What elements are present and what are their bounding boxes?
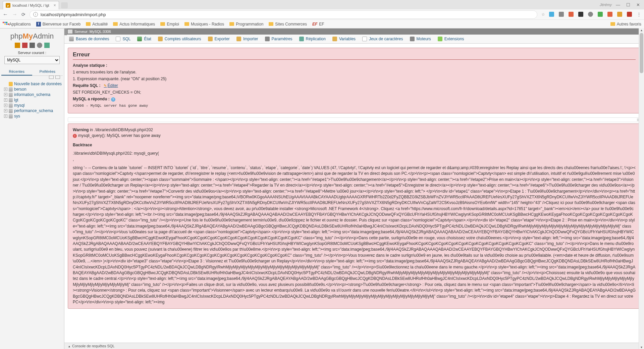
tab-recent[interactable]: Récentes — [1, 68, 32, 76]
error-box: Erreur Analyse statique : 1 erreurs trou… — [68, 48, 641, 113]
new-db-icon — [9, 82, 13, 86]
tab-charsets[interactable]: Jeux de caractères — [359, 35, 406, 43]
expand-icon[interactable]: + — [4, 98, 7, 102]
bookmark-item[interactable]: Programmation — [229, 22, 263, 27]
close-window-icon[interactable]: ✕ — [636, 2, 640, 7]
tab-users[interactable]: Comptes utilisateurs — [155, 35, 205, 43]
bookmark-item[interactable]: EFEF — [312, 22, 324, 27]
db-item[interactable]: +performance_schema — [4, 108, 63, 113]
maximize-icon[interactable]: ☐ — [626, 2, 630, 7]
tree-controls — [1, 75, 63, 80]
bookmark-item[interactable]: Actus Informatiques — [113, 22, 155, 27]
error-count: 1 erreurs trouvées lors de l'analyse. — [73, 70, 636, 74]
tab-extensions[interactable]: Extensions — [434, 35, 468, 43]
browser-user: Jérémy — [600, 3, 612, 7]
bookmark-star-icon[interactable]: ☆ — [541, 12, 545, 17]
logout-icon[interactable] — [22, 43, 28, 48]
extension-icon[interactable] — [559, 12, 564, 17]
tab-import[interactable]: Importer — [233, 35, 262, 43]
browser-tab[interactable]: p localhost / MySQL / lgt × — [3, 1, 59, 9]
pencil-icon: ✎ — [104, 84, 107, 88]
back-button[interactable]: ← — [3, 11, 8, 17]
extension-icon[interactable] — [549, 12, 554, 17]
replication-icon — [299, 37, 304, 41]
mysql-error-code: #2006 - MySQL server has gone away — [73, 104, 636, 108]
site-info-icon[interactable]: i — [33, 12, 38, 17]
db-item[interactable]: +sys — [4, 113, 63, 119]
minimize-icon[interactable]: — — [616, 2, 620, 7]
tab-databases[interactable]: Bases de données — [66, 35, 112, 43]
tree-expand-icon[interactable] — [55, 76, 60, 79]
extension-icon[interactable] — [588, 12, 593, 17]
tab-sql[interactable]: SQL — [112, 35, 134, 43]
extension-icon — [438, 37, 442, 41]
scrollbar[interactable]: ▴ ▾ — [639, 28, 644, 349]
expand-icon[interactable]: + — [4, 109, 7, 112]
extension-icon[interactable] — [607, 12, 612, 17]
error-analysis-label: Analyse statique : — [73, 63, 107, 68]
extension-icon[interactable] — [578, 12, 583, 17]
db-item[interactable]: +berson — [4, 87, 63, 92]
tab-preferred[interactable]: Préférées — [32, 68, 63, 76]
bookmark-item[interactable]: Emploi — [160, 22, 179, 27]
folder-icon — [229, 22, 234, 26]
engine-icon — [410, 37, 415, 41]
scroll-up-icon[interactable]: ▴ — [639, 28, 644, 32]
reload-icon[interactable] — [44, 43, 50, 48]
new-database[interactable]: Nouvelle base de données — [4, 81, 63, 87]
tab-settings[interactable]: Paramètres — [262, 35, 296, 43]
phpmyadmin-favicon: p — [6, 3, 10, 8]
help-icon[interactable]: ? — [111, 97, 115, 102]
backtrace-label: Backtrace — [73, 143, 92, 147]
folder-icon — [184, 22, 189, 26]
backtrace-comma: , — [73, 157, 636, 162]
edit-sql-link[interactable]: ✎Éditer — [104, 83, 118, 88]
expand-icon[interactable]: + — [4, 88, 7, 91]
bookmark-item[interactable]: Actualité — [86, 22, 108, 27]
database-icon — [9, 93, 13, 97]
close-icon[interactable]: × — [54, 3, 56, 8]
scroll-down-icon[interactable]: ▾ — [639, 345, 644, 349]
bookmarks-bar: Applications fBienvenue sur Faceb Actual… — [0, 19, 644, 28]
url-input[interactable]: i localhost/phpmyadmin/import.php — [30, 10, 537, 19]
phpmyadmin-logo[interactable]: phpMyAdmin — [1, 32, 63, 41]
extension-icon[interactable] — [627, 12, 632, 17]
extension-icon[interactable] — [569, 12, 574, 17]
tab-status[interactable]: État — [134, 35, 154, 43]
extension-icon[interactable] — [617, 12, 622, 17]
home-icon[interactable] — [15, 43, 20, 48]
bookmark-item[interactable]: fBienvenue sur Faceb — [36, 22, 80, 27]
forward-button[interactable]: → — [12, 11, 17, 17]
server-breadcrumb[interactable]: Serveur: MySQL:3306 — [74, 30, 111, 34]
settings-icon[interactable] — [37, 43, 42, 48]
scrollbar-thumb[interactable] — [640, 33, 643, 73]
reload-button[interactable]: ⟳ — [21, 12, 25, 17]
tab-variables[interactable]: Variables — [329, 35, 359, 43]
menu-icon[interactable]: ⋮ — [637, 12, 641, 17]
db-item[interactable]: +lgt — [4, 97, 63, 103]
server-select[interactable]: MySQL — [4, 56, 60, 64]
ef-icon: EF — [312, 22, 317, 27]
db-item[interactable]: +mysql — [4, 103, 63, 108]
new-tab-button[interactable] — [61, 2, 68, 8]
apps-button[interactable]: Applications — [3, 22, 31, 27]
variables-icon — [332, 37, 337, 41]
tab-export[interactable]: Exporter — [205, 35, 233, 43]
warning-message: mysqli_query(): MySQL server has gone aw… — [78, 133, 161, 138]
tree-collapse-icon[interactable] — [49, 76, 54, 79]
expand-icon[interactable]: + — [4, 104, 7, 107]
bookmark-item[interactable]: Musiques - Radios — [184, 22, 224, 27]
docs-icon[interactable] — [30, 43, 35, 48]
sql-console-bar[interactable]: ▴ Console de requêtes SQL — [64, 343, 644, 349]
collapsed-panel[interactable] — [68, 117, 641, 122]
tab-replication[interactable]: Réplication — [296, 35, 329, 43]
bookmark-item[interactable]: Sites Commerces — [269, 22, 307, 27]
sql-icon — [116, 37, 120, 41]
extension-icon[interactable] — [598, 12, 603, 17]
expand-icon[interactable]: + — [4, 114, 7, 118]
sidebar-collapse-handle[interactable] — [64, 29, 67, 35]
expand-icon[interactable]: + — [4, 93, 7, 96]
db-item[interactable]: +information_schema — [4, 92, 63, 97]
bookmark-item[interactable]: Autres favoris — [610, 22, 641, 27]
tab-engines[interactable]: Moteurs — [407, 35, 434, 43]
